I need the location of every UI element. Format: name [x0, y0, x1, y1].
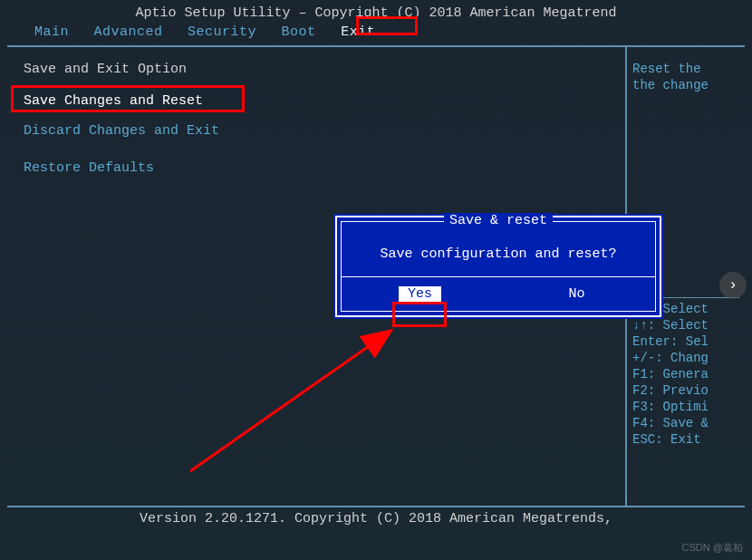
nav-next-icon[interactable]: ›	[719, 272, 747, 299]
watermark: CSDN @葛柏	[682, 541, 743, 555]
option-restore-defaults[interactable]: Restore Defaults	[16, 157, 616, 179]
menu-advanced[interactable]: Advanced	[94, 24, 163, 40]
help-key: F1: Genera	[632, 367, 739, 381]
dialog-no-button[interactable]: No	[498, 286, 655, 302]
help-text: Reset the	[632, 62, 739, 76]
menu-bar: Main Advanced Security Boot Exit	[7, 23, 745, 45]
option-discard-changes-exit[interactable]: Discard Changes and Exit	[16, 120, 616, 142]
help-key: ESC: Exit	[632, 432, 739, 447]
bios-footer: Version 2.20.1271. Copyright (C) 2018 Am…	[7, 507, 745, 530]
help-key: ↓↑: Select	[632, 318, 739, 333]
help-key: F3: Optimi	[632, 400, 739, 414]
dialog-message: Save configuration and reset?	[342, 228, 655, 276]
dialog-yes-button[interactable]: Yes	[342, 286, 498, 302]
menu-exit[interactable]: Exit	[341, 24, 375, 40]
dialog-title: Save & reset	[342, 213, 655, 228]
menu-security[interactable]: Security	[188, 24, 256, 40]
help-key: +/-: Chang	[632, 351, 739, 365]
help-key: F4: Save &	[632, 416, 739, 430]
help-text: the change	[632, 78, 739, 92]
option-save-changes-reset[interactable]: Save Changes and Reset	[16, 90, 616, 112]
menu-main[interactable]: Main	[34, 24, 69, 40]
confirm-dialog: Save & reset Save configuration and rese…	[335, 216, 661, 317]
section-header: Save and Exit Option	[16, 62, 616, 77]
help-key: Enter: Sel	[632, 334, 739, 349]
menu-boot[interactable]: Boot	[282, 24, 316, 40]
bios-title: Aptio Setup Utility – Copyright (C) 2018…	[7, 4, 745, 23]
help-key: F2: Previo	[632, 383, 739, 398]
